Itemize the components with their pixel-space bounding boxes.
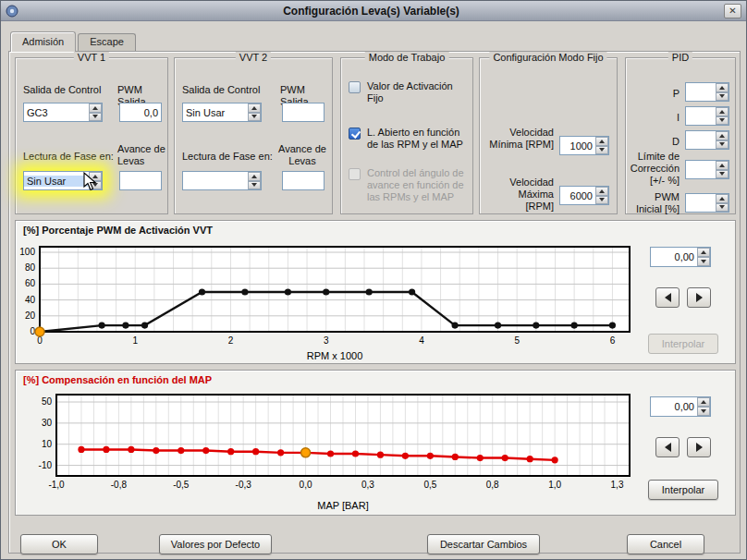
svg-text:-0,5: -0,5 [173,480,190,490]
defaults-button[interactable]: Valores por Defecto [159,534,272,554]
title-bar: Configuración Leva(s) Variable(s) ✕ [1,1,746,21]
pid-i-spinner[interactable] [685,106,729,126]
group-vvt1-title: VVT 1 [74,52,109,63]
spin-down-icon[interactable] [89,113,102,122]
spin-down-icon[interactable] [248,181,261,190]
spin-up-icon[interactable] [716,131,729,140]
spin-down-icon[interactable] [248,113,261,122]
option-label: Control del ángulo de avance en función … [367,167,467,203]
vvt-chart-next-button[interactable] [687,287,711,308]
spin-down-icon[interactable] [716,170,729,179]
spin-down-icon[interactable] [697,257,710,266]
vvt-chart-value-spinner[interactable]: 0,00 [650,247,711,267]
svg-text:100: 100 [19,247,35,257]
spin-up-icon[interactable] [716,194,729,203]
group-pid: PID P I D Límite de Corrección [+/- %] [625,57,736,214]
map-chart-panel: [%] Compensación en función del MAP 5030… [15,370,736,516]
spin-up-icon[interactable] [248,172,261,181]
pid-i-label: I [626,112,680,124]
svg-text:0,3: 0,3 [361,480,374,490]
pid-pwm-inicial-spinner[interactable] [685,193,729,213]
vel-max-spinner[interactable]: 6000 [559,186,609,205]
vvt2-pwm-salida-input[interactable] [282,103,325,122]
svg-text:-10: -10 [39,460,53,470]
app-icon [6,5,18,18]
cancel-button[interactable]: Cancel [627,534,704,554]
pid-limite-spin [716,161,729,178]
vvt-chart-title: [%] Porcentaje PWM de Activación VVT [23,225,213,236]
pid-d-label: D [626,136,680,148]
vvt2-lectura-fase-select[interactable] [182,171,262,190]
vvt2-salida-control-select[interactable]: Sin Usar [182,103,262,122]
svg-text:-0,3: -0,3 [236,480,252,490]
option-control-angulo: Control del ángulo de avance en función … [349,167,467,203]
spin-up-icon[interactable] [89,103,102,113]
spin-up-icon[interactable] [595,187,608,196]
svg-text:1,3: 1,3 [611,480,624,490]
spin-up-icon[interactable] [716,161,729,170]
vvt1-lectura-fase-select[interactable]: Sin Usar [23,171,103,190]
svg-text:0,8: 0,8 [486,480,499,490]
spin-down-icon[interactable] [716,92,729,102]
group-vvt2: VVT 2 Salida de Control PWM Salida Sin U… [174,57,333,214]
vvt-pwm-chart[interactable]: 0204060801000123456RPM x 1000 [18,243,643,363]
map-chart-value-spinner[interactable]: 0,00 [650,396,711,417]
spin-down-icon[interactable] [716,140,729,150]
map-interpolar-button[interactable]: Interpolar [648,480,718,500]
vvt1-pwm-salida-input[interactable]: 0,0 [119,103,162,122]
pid-d-spinner[interactable] [685,130,729,150]
dialog-window: Configuración Leva(s) Variable(s) ✕ Admi… [0,0,747,560]
spin-down-icon[interactable] [697,407,710,416]
svg-text:60: 60 [25,278,36,288]
svg-text:40: 40 [25,295,36,305]
vvt2-fase-spin [248,172,261,189]
vvt-chart-value-spin [697,248,710,266]
vel-min-spinner[interactable]: 1000 [559,136,609,155]
tab-admision[interactable]: Admisión [10,31,76,52]
discard-button[interactable]: Descartar Cambios [427,534,540,554]
close-icon[interactable]: ✕ [724,4,741,18]
spin-up-icon[interactable] [595,137,608,146]
spin-up-icon[interactable] [716,83,729,92]
ok-button[interactable]: OK [20,534,98,554]
pid-p-spinner[interactable] [685,82,729,102]
tab-escape[interactable]: Escape [78,33,136,51]
spin-up-icon[interactable] [697,248,710,257]
option-valor-activacion-fijo[interactable]: Valor de Activación Fijo [349,80,467,104]
svg-text:10: 10 [42,439,53,449]
left-arrow-icon [665,293,671,302]
svg-text:MAP [BAR]: MAP [BAR] [317,500,368,511]
checkbox-valor-fijo[interactable] [349,81,361,93]
svg-text:0,5: 0,5 [423,480,436,490]
map-chart-next-button[interactable] [687,437,711,457]
group-pid-title: PID [668,52,692,63]
spin-up-icon[interactable] [89,172,102,181]
spin-down-icon[interactable] [716,203,729,213]
spin-down-icon[interactable] [89,181,102,190]
option-lazo-abierto[interactable]: L. Abierto en función de las RPM y el MA… [349,127,467,151]
vvt2-avance-levas-input[interactable] [282,171,325,190]
svg-text:6: 6 [610,335,616,346]
spin-down-icon[interactable] [595,196,608,205]
vvt-chart-prev-button[interactable] [655,287,680,308]
map-chart-prev-button[interactable] [655,437,680,457]
vvt2-salida-control-label: Salida de Control [182,84,260,96]
vvt1-fase-spin [89,172,102,189]
checkbox-lazo-abierto[interactable] [349,128,361,140]
spin-up-icon[interactable] [716,107,729,116]
pid-i-spin [716,107,729,125]
spin-up-icon[interactable] [248,103,261,113]
pid-pwm-inicial-label: PWM Inicial [%] [626,191,680,215]
vvt1-avance-levas-input[interactable] [119,171,162,190]
group-vvt2-title: VVT 2 [236,52,271,63]
pid-limite-spinner[interactable] [685,160,729,179]
pid-limite-label: Límite de Corrección [+/- %] [626,151,680,187]
spin-up-icon[interactable] [697,397,710,407]
spin-down-icon[interactable] [716,116,729,126]
tab-bar: Admisión Escape [10,31,136,52]
checkbox-control-angulo [349,168,361,180]
map-chart[interactable]: 503010-10-1,0-0,8-0,5-0,30,00,30,50,81,0… [18,391,643,513]
option-label: Valor de Activación Fijo [367,80,467,104]
vvt1-salida-control-select[interactable]: GC3 [23,103,103,122]
spin-down-icon[interactable] [595,146,608,155]
